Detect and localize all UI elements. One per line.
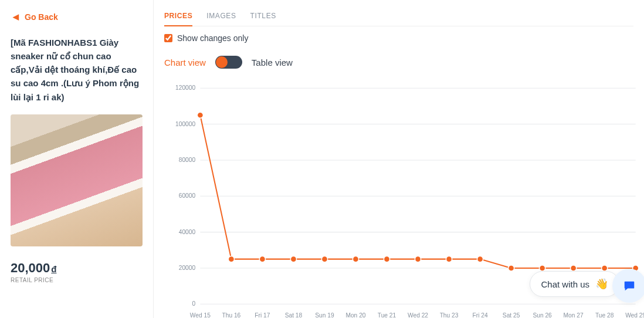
x-tick: Sun 19 (315, 312, 334, 318)
wave-icon: 👋 (595, 278, 608, 290)
data-point[interactable] (321, 256, 327, 262)
price-currency: đ (51, 264, 56, 274)
go-back-label: Go Back (25, 12, 58, 22)
data-point[interactable] (415, 256, 421, 262)
data-point[interactable] (259, 256, 265, 262)
tab-prices[interactable]: PRICES (164, 7, 192, 26)
x-tick: Mon 20 (345, 312, 365, 318)
y-tick: 120000 (175, 84, 195, 91)
data-point[interactable] (352, 256, 358, 262)
x-tick: Wed 29 (625, 312, 644, 318)
go-back-link[interactable]: ◀ Go Back (13, 12, 58, 22)
show-changes-row: Show changes only (164, 26, 633, 50)
data-point[interactable] (571, 265, 577, 271)
data-point[interactable] (197, 112, 203, 118)
tab-images[interactable]: IMAGES (206, 7, 236, 26)
data-point[interactable] (602, 265, 608, 271)
caret-left-icon: ◀ (13, 13, 19, 21)
x-tick: Mon 27 (564, 312, 584, 318)
x-tick: Fri 17 (255, 312, 270, 318)
chat-bubble-button[interactable] (612, 269, 644, 303)
x-tick: Sat 18 (285, 312, 303, 318)
product-image[interactable] (11, 114, 143, 246)
main-panel: PRICES IMAGES TITLES Show changes only C… (154, 0, 644, 318)
view-toggle[interactable] (215, 56, 242, 69)
chat-label: Chat with us (541, 279, 589, 289)
data-point[interactable] (384, 256, 389, 262)
x-tick: Thu 16 (222, 312, 240, 318)
tab-titles[interactable]: TITLES (250, 7, 276, 26)
y-tick: 60000 (179, 192, 196, 199)
y-tick: 0 (192, 300, 195, 307)
x-tick: Fri 24 (473, 312, 488, 318)
table-view-label[interactable]: Table view (252, 57, 293, 67)
data-point[interactable] (477, 256, 483, 262)
price-value: 20,000 (11, 261, 50, 275)
x-tick: Thu 23 (440, 312, 459, 318)
x-tick: Wed 22 (408, 312, 428, 318)
chat-icon (623, 279, 636, 292)
retail-price-label: RETAIL PRICE (11, 277, 143, 283)
x-tick: Sun 26 (533, 312, 552, 318)
chart-view-label[interactable]: Chart view (164, 57, 206, 67)
show-changes-checkbox[interactable] (164, 34, 172, 42)
view-toggle-row: Chart view Table view (164, 56, 633, 69)
sidebar: ◀ Go Back [Mã FASHIONHABS1 Giày sneaker … (0, 0, 154, 318)
x-tick: Wed 15 (190, 312, 211, 318)
y-tick: 80000 (179, 157, 196, 163)
data-point[interactable] (540, 265, 545, 271)
x-tick: Tue 28 (595, 312, 614, 318)
x-tick: Sat 25 (503, 312, 520, 318)
data-point[interactable] (446, 256, 452, 262)
x-tick: Tue 21 (378, 312, 396, 318)
data-point[interactable] (290, 256, 296, 262)
y-tick: 40000 (179, 229, 196, 235)
product-title: [Mã FASHIONHABS1 Giày sneaker nữ cổ chun… (11, 36, 143, 104)
series-line (200, 115, 635, 268)
toggle-knob (216, 56, 228, 68)
data-point[interactable] (228, 256, 234, 262)
chat-button[interactable]: Chat with us 👋 (530, 271, 619, 297)
y-tick: 20000 (179, 265, 196, 271)
data-point[interactable] (508, 265, 514, 271)
y-tick: 100000 (175, 121, 195, 127)
show-changes-label: Show changes only (177, 33, 248, 43)
price: 20,000đ (11, 261, 143, 276)
tabs: PRICES IMAGES TITLES (164, 0, 633, 26)
